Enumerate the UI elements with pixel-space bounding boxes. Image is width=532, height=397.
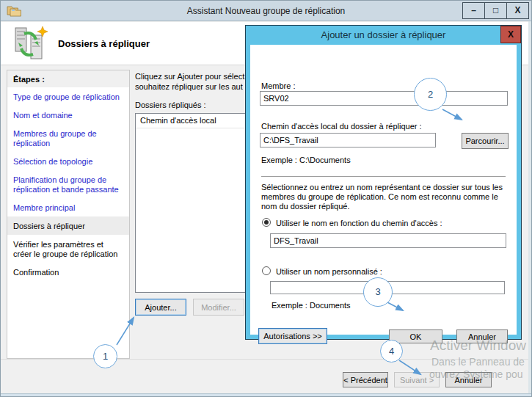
sidebar-item-membre-principal[interactable]: Membre principal (7, 198, 129, 216)
close-button[interactable]: X (506, 2, 529, 19)
custom-example-label: Exemple : Documents (272, 301, 351, 310)
path-example-label: Exemple : C:\Documents (261, 156, 351, 164)
sidebar-item-planification[interactable]: Planification du groupe de réplication e… (7, 170, 129, 198)
next-button[interactable]: Suivant > (394, 372, 440, 387)
dialog-title-bar: Ajouter un dossier à répliquer X (246, 26, 521, 45)
maximize-button[interactable]: □ (484, 2, 507, 19)
wizard-window: Assistant Nouveau groupe de réplication … (0, 0, 532, 397)
member-field[interactable] (260, 91, 508, 106)
replicated-folders-label: Dossiers répliqués : (135, 101, 206, 109)
sidebar-item-membres[interactable]: Membres du groupe de réplication (7, 124, 129, 152)
window-bottom-edge (1, 393, 531, 396)
callout-1: 1 (93, 344, 117, 368)
path-name-field[interactable] (270, 233, 506, 248)
sidebar-item-topologie[interactable]: Sélection de topologie (7, 152, 129, 170)
minimize-button[interactable]: – (462, 2, 485, 19)
dialog-close-button[interactable]: X (500, 26, 521, 43)
activation-watermark-line2: Dans le Panneau de (431, 356, 525, 368)
replication-servers-icon (11, 25, 49, 63)
local-path-label: Chemin d'accès local du dossier à répliq… (261, 122, 422, 131)
sidebar-item-confirmation: Confirmation (7, 263, 129, 281)
radio-use-custom-name-label[interactable]: Utiliser un nom personnalisé : (276, 267, 382, 276)
radio-use-path-name-label[interactable]: Utiliser le nom en fonction du chemin d'… (276, 219, 442, 227)
permissions-button[interactable]: Autorisations >> (258, 328, 327, 344)
page-title: Dossiers à répliquer (58, 38, 150, 49)
cancel-button[interactable]: Annuler (445, 372, 492, 387)
callout-2: 2 (414, 78, 447, 111)
previous-button[interactable]: < Précédent (343, 372, 388, 387)
steps-sidebar: Étapes : Type de groupe de réplication N… (7, 70, 130, 359)
folder-name-intro: Sélectionnez ou entrez un nom représenta… (261, 183, 509, 211)
sidebar-item-verifier-parametres: Vérifier les paramètres et créer le grou… (7, 235, 129, 263)
title-bar: Assistant Nouveau groupe de réplication … (1, 1, 531, 21)
member-label: Membre : (261, 81, 295, 90)
sidebar-item-dossiers-a-repliquer[interactable]: Dossiers à répliquer (7, 216, 129, 235)
sidebar-item-nom-et-domaine[interactable]: Nom et domaine (7, 106, 129, 124)
steps-heading: Étapes : (7, 70, 129, 87)
radio-use-custom-name[interactable] (262, 266, 271, 275)
footer-divider (1, 359, 531, 360)
window-right-edge (528, 21, 531, 397)
radio-use-path-name[interactable] (262, 218, 271, 227)
local-path-field[interactable] (260, 133, 436, 147)
dialog-cancel-button[interactable]: Annuler (456, 329, 508, 343)
callout-4: 4 (380, 340, 403, 363)
sidebar-item-type-de-groupe[interactable]: Type de groupe de réplication (7, 87, 129, 106)
add-folder-button[interactable]: Ajouter... (135, 299, 186, 316)
dialog-divider (261, 176, 506, 177)
dialog-title: Ajouter un dossier à répliquer (246, 26, 521, 45)
browse-button[interactable]: Parcourir... (462, 133, 509, 149)
edit-folder-button[interactable]: Modifier... (193, 299, 244, 316)
callout-3: 3 (363, 277, 393, 307)
window-title: Assistant Nouveau groupe de réplication (1, 1, 531, 21)
